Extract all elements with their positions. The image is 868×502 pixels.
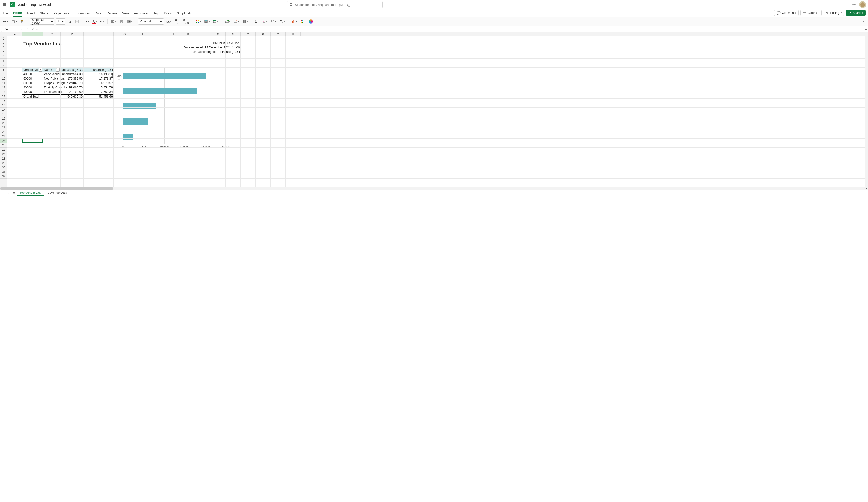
col-header-G[interactable]: G [114, 32, 136, 36]
user-avatar[interactable] [859, 1, 866, 8]
cell[interactable]: 10000 [22, 90, 43, 94]
row-header-12[interactable]: 12 [0, 85, 7, 90]
cell[interactable]: 40000 [22, 72, 43, 76]
row-header-4[interactable]: 4 [0, 50, 7, 54]
col-header-E[interactable]: E [83, 32, 94, 36]
row-header-15[interactable]: 15 [0, 99, 7, 103]
col-header-O[interactable]: O [241, 32, 256, 36]
col-header-M[interactable]: M [211, 32, 226, 36]
filter-icon[interactable]: ▾ [56, 68, 60, 72]
ribbon-tab-script-lab[interactable]: Script Lab [176, 10, 192, 17]
cell[interactable]: 200,584.30 [61, 72, 83, 76]
conditional-format-button[interactable]: ▾ [195, 18, 202, 25]
sheet-nav-next[interactable]: › [6, 191, 11, 195]
col-header-B[interactable]: B [22, 32, 43, 36]
ribbon-collapse-button[interactable]: ▾ [860, 18, 866, 25]
sheet-nav-prev[interactable]: ‹ [0, 191, 6, 195]
borders-button[interactable]: ▾ [74, 18, 81, 25]
row-header-22[interactable]: 22 [0, 130, 7, 134]
cell-grid[interactable]: Top Vendor ListCRONUS USA, Inc.Data retr… [8, 37, 865, 187]
row-header-6[interactable]: 6 [0, 59, 7, 63]
ribbon-tab-page-layout[interactable]: Page Layout [53, 10, 72, 17]
row-header-24[interactable]: 24 [0, 139, 7, 143]
row-header-19[interactable]: 19 [0, 116, 7, 121]
document-title[interactable]: Vendor - Top List Excel [17, 3, 51, 7]
ribbon-tab-formulas[interactable]: Formulas [76, 10, 90, 17]
row-header-29[interactable]: 29 [0, 161, 7, 165]
table-header[interactable]: Purchases (LCY) [61, 68, 83, 72]
accounting-format-button[interactable]: $€▾ [165, 18, 172, 25]
sheet-tab[interactable]: TopVendorData [43, 190, 70, 196]
find-button[interactable]: ▾ [278, 18, 286, 25]
cell[interactable]: 59,060.70 [61, 85, 83, 89]
chart-bar[interactable] [123, 88, 197, 94]
row-header-3[interactable]: 3 [0, 45, 7, 50]
row-header-31[interactable]: 31 [0, 170, 7, 174]
increase-decimal-button[interactable]: .00→.0 [174, 18, 180, 25]
row-header-2[interactable]: 2 [0, 41, 7, 45]
col-header-R[interactable]: R [286, 32, 301, 36]
formula-bar-expand-button[interactable]: ⌄ [864, 27, 868, 31]
formula-input[interactable] [40, 27, 864, 32]
all-sheets-button[interactable]: ≡ [11, 191, 17, 195]
cell[interactable]: 20000 [22, 85, 43, 89]
row-header-21[interactable]: 21 [0, 125, 7, 130]
font-name-select[interactable]: Segoe UI (Body)▾ [30, 19, 54, 24]
col-header-N[interactable]: N [226, 32, 241, 36]
cell[interactable]: 179,352.50 [61, 76, 83, 81]
row-header-14[interactable]: 14 [0, 94, 7, 99]
row-header-26[interactable]: 26 [0, 147, 7, 152]
copilot-button[interactable] [308, 18, 314, 25]
row-header-27[interactable]: 27 [0, 152, 7, 156]
cell[interactable]: 78,445.70 [61, 81, 83, 85]
sheet-tab[interactable]: Top Vendor List [17, 190, 43, 196]
row-header-13[interactable]: 13 [0, 90, 7, 94]
merge-button[interactable]: ▾ [126, 18, 133, 25]
bold-button[interactable]: B [67, 18, 73, 25]
row-header-11[interactable]: 11 [0, 81, 7, 85]
comments-button[interactable]: 💬Comments [774, 10, 798, 16]
row-header-20[interactable]: 20 [0, 121, 7, 125]
font-size-select[interactable]: 11▾ [56, 19, 65, 24]
share-button[interactable]: ↗Share▾ [846, 10, 866, 16]
ribbon-tab-file[interactable]: File [2, 10, 8, 17]
fill-color-button[interactable]: ▾ [83, 18, 90, 25]
format-table-button[interactable]: ▾ [203, 18, 210, 25]
row-header-28[interactable]: 28 [0, 156, 7, 161]
table-header[interactable]: Vendor No.▾ [22, 68, 43, 72]
format-painter-button[interactable] [19, 18, 25, 25]
cell[interactable]: 50000 [22, 76, 43, 81]
insert-cells-button[interactable]: ▾ [224, 18, 231, 25]
format-cells-button[interactable]: ▾ [241, 18, 249, 25]
editing-button[interactable]: ✎Editing▾ [824, 10, 844, 16]
app-launcher-icon[interactable] [2, 2, 8, 8]
cell[interactable]: Grand Total [22, 94, 61, 99]
chart-bar[interactable] [123, 134, 133, 140]
cell[interactable]: Top Vendor List [22, 40, 116, 47]
cell[interactable]: 30000 [22, 81, 43, 85]
ribbon-tab-automate[interactable]: Automate [134, 10, 148, 17]
row-header-17[interactable]: 17 [0, 107, 7, 112]
col-header-A[interactable]: A [8, 32, 22, 36]
ribbon-tab-help[interactable]: Help [152, 10, 160, 17]
delete-cells-button[interactable]: ▾ [233, 18, 240, 25]
row-header-1[interactable]: 1 [0, 37, 7, 41]
ribbon-tab-review[interactable]: Review [106, 10, 117, 17]
chart-bar[interactable] [123, 119, 147, 125]
row-header-18[interactable]: 18 [0, 112, 7, 116]
decrease-decimal-button[interactable]: .0→.00 [182, 18, 190, 25]
col-header-P[interactable]: P [256, 32, 271, 36]
row-header-10[interactable]: 10 [0, 76, 7, 81]
number-format-select[interactable]: General▾ [138, 19, 164, 24]
ribbon-tab-data[interactable]: Data [94, 10, 102, 17]
col-header-D[interactable]: D [61, 32, 83, 36]
ribbon-tab-insert[interactable]: Insert [27, 10, 35, 17]
ribbon-tab-view[interactable]: View [122, 10, 130, 17]
row-header-23[interactable]: 23 [0, 134, 7, 139]
add-sheet-button[interactable]: + [70, 191, 76, 195]
cell[interactable]: 540,636.80 [61, 94, 83, 99]
undo-button[interactable]: ▾ [2, 18, 9, 25]
ribbon-tab-share[interactable]: Share [40, 10, 49, 17]
col-header-I[interactable]: I [151, 32, 166, 36]
addins-button[interactable]: ▾ [299, 18, 307, 25]
